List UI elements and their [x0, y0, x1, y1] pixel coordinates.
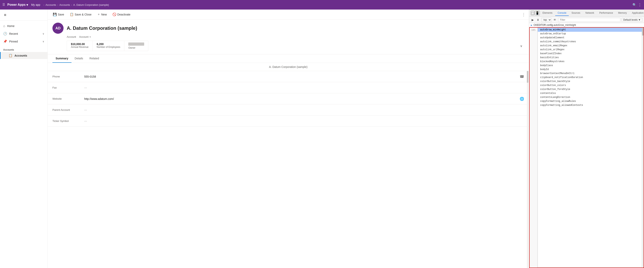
filter-input[interactable]: [558, 18, 620, 22]
breadcrumb-item-1[interactable]: Accounts: [46, 3, 56, 6]
property-label: autoGrow_minHeight: [554, 24, 576, 26]
new-button[interactable]: ＋ New: [95, 11, 109, 18]
brand-chevron-icon[interactable]: ▾: [26, 3, 28, 7]
annual-revenue-stat: $10,000.00 Annual Revenue: [67, 41, 93, 51]
autocomplete-item-autoUpdateElement[interactable]: autoUpdateElement: [538, 36, 642, 40]
autocomplete-item-clipboard_notificationDuration[interactable]: clipboard_notificationDuration: [538, 76, 642, 80]
more-options-icon[interactable]: ⋮: [638, 2, 642, 7]
autocomplete-dropdown[interactable]: autoGrow_minHeightautoGrow_onStartupauto…: [538, 28, 642, 268]
sidebar-item-recent[interactable]: 🕐 Recent ∨: [0, 30, 48, 38]
devtools-eye-icon[interactable]: 👁: [553, 18, 557, 22]
sidebar-item-home[interactable]: ⌂ Home: [0, 22, 48, 30]
ticker-symbol-value[interactable]: ---: [84, 120, 524, 123]
fax-value[interactable]: ---: [84, 86, 524, 89]
breadcrumb-item-3: A. Datum Corporation (sample): [73, 3, 109, 6]
autocomplete-item-contentsLangDirection[interactable]: contentsLangDirection: [538, 95, 642, 99]
tab-summary[interactable]: Summary: [52, 54, 72, 63]
autocomplete-item-bodyId[interactable]: bodyId: [538, 68, 642, 72]
autocomplete-item-colorButton_foreStyle[interactable]: colorButton_foreStyle: [538, 87, 642, 91]
sidebar-item-pinned[interactable]: 📌 Pinned ∨: [0, 38, 48, 45]
levels-select[interactable]: Default levels ▼: [622, 18, 642, 22]
record-header: AD A. Datum Corporation (sample) Account…: [48, 20, 529, 54]
autocomplete-scrollbar[interactable]: [642, 28, 644, 268]
new-plus-icon: ＋: [97, 12, 100, 16]
devtools-panel: ⬚ 📱 Elements Console Sources Network Per…: [529, 10, 644, 268]
employees-value: 6,200: [97, 42, 120, 46]
deactivate-button[interactable]: 🚫 Deactivate: [110, 11, 132, 18]
main-layout: ≡ ⌂ Home 🕐 Recent ∨ 📌 Pinned ∨ Accounts …: [0, 10, 644, 268]
devtools-tab-memory[interactable]: Memory: [616, 10, 629, 16]
pinned-icon: 📌: [3, 40, 7, 43]
devtools-phone-icon[interactable]: 📱: [535, 11, 540, 15]
devtools-tab-performance-label: Performance: [599, 12, 613, 14]
devtools-tab-application[interactable]: Application: [630, 10, 644, 16]
brand-label: Power Apps: [7, 3, 26, 6]
breadcrumb-item-2[interactable]: Accounts: [60, 3, 70, 6]
autocomplete-item-contentsCss[interactable]: contentsCss: [538, 91, 642, 95]
save-close-button[interactable]: 📋 Save & Close: [68, 11, 94, 18]
autocomplete-item-autoGrow_onStartup[interactable]: autoGrow_onStartup: [538, 32, 642, 36]
devtools-tab-sources[interactable]: Sources: [569, 10, 583, 16]
devtools-stop-icon[interactable]: ⏸: [536, 18, 540, 22]
sidebar-item-accounts[interactable]: 📋 Accounts: [0, 52, 48, 59]
website-globe-icon[interactable]: 🌐: [520, 97, 524, 101]
context-select[interactable]: top: [541, 18, 552, 22]
autocomplete-item-autoGrow_minHeight[interactable]: autoGrow_minHeight: [538, 28, 642, 32]
devtools-tab-console[interactable]: Console: [555, 10, 569, 16]
save-button[interactable]: 💾 Save: [51, 11, 66, 18]
devtools-tabs: ⬚ 📱 Elements Console Sources Network Per…: [529, 10, 644, 17]
autocomplete-item-autolink_commitKeystrokes[interactable]: autolink_commitKeystrokes: [538, 40, 642, 44]
breadcrumb-sep-2-icon: ›: [58, 3, 58, 6]
form-field-parent-account: Parent Account ---: [48, 104, 529, 116]
form-scroll: A. Datum Corporation (sample) Phone 555-…: [48, 63, 529, 127]
apps-grid-icon[interactable]: ⠿: [2, 2, 5, 7]
devtools-tab-elements[interactable]: Elements: [540, 10, 555, 16]
autocomplete-item-colorButton_backStyle[interactable]: colorButton_backStyle: [538, 80, 642, 84]
sidebar-top: ≡: [0, 10, 48, 21]
tab-related[interactable]: Related: [86, 54, 102, 63]
devtools-cursor-icon[interactable]: ⬚: [531, 11, 534, 15]
save-close-label: Save & Close: [75, 13, 92, 16]
devtools-tab-network[interactable]: Network: [583, 10, 596, 16]
phone-call-icon[interactable]: ☎: [520, 74, 524, 79]
tab-details-label: Details: [75, 57, 83, 60]
account-type-dropdown[interactable]: Account ∨: [79, 35, 91, 38]
website-value[interactable]: http://www.adatum.com/: [84, 97, 520, 100]
autocomplete-item-blockedKeystrokes[interactable]: blockedKeystrokes: [538, 60, 642, 64]
devtools-tab-performance[interactable]: Performance: [597, 10, 616, 16]
save-icon: 💾: [53, 12, 57, 16]
autocomplete-item-browserContextMenuOnCtrl[interactable]: browserContextMenuOnCtrl: [538, 72, 642, 76]
autocomplete-item-autolink_urlRegex[interactable]: autolink_urlRegex: [538, 48, 642, 52]
tab-details[interactable]: Details: [72, 54, 86, 63]
owner-stat[interactable]: Owner: [124, 41, 148, 51]
autocomplete-item-copyFormatting_allowedContexts[interactable]: copyFormatting_allowedContexts: [538, 103, 642, 107]
console-code-text[interactable]: CKEDITOR.config.autoGrow_minHeight: [534, 24, 576, 26]
record-type-label: Account: [67, 35, 76, 38]
scroll-track: [527, 71, 528, 268]
autocomplete-item-copyFormatting_allowRules[interactable]: copyFormatting_allowRules: [538, 99, 642, 103]
expand-stats-button[interactable]: ∨: [518, 42, 524, 50]
toolbar-more-button[interactable]: ⋮: [522, 12, 526, 17]
account-type-value: Account: [79, 35, 88, 38]
owner-label: Owner: [128, 46, 144, 49]
autocomplete-item-baseFloatZIndex[interactable]: baseFloatZIndex: [538, 52, 642, 56]
devtools-toolbar: ▶ ⏸ top 👁 Default levels ▼: [529, 17, 644, 23]
app-name: My app: [31, 3, 40, 6]
breadcrumb-sep-3-icon: ›: [71, 3, 72, 6]
autocomplete-item-colorButton_colors[interactable]: colorButton_colors: [538, 84, 642, 87]
tabs: Summary Details Related: [48, 54, 529, 63]
phone-value[interactable]: 555-0158: [84, 75, 520, 78]
autocomplete-inner: 185 autoGrow_minHeightautoGrow_onStartup…: [530, 28, 642, 268]
autocomplete-item-basicEntities[interactable]: basicEntities: [538, 56, 642, 60]
parent-account-value[interactable]: ---: [84, 108, 524, 112]
annual-revenue-label: Annual Revenue: [71, 46, 88, 48]
autocomplete-item-bodyClass[interactable]: bodyClass: [538, 64, 642, 68]
form-content: A. Datum Corporation (sample) Phone 555-…: [48, 63, 529, 268]
sidebar-item-home-label: Home: [7, 24, 14, 28]
sidebar-menu-button[interactable]: ≡: [2, 11, 8, 19]
autocomplete-item-autolink_emailRegex[interactable]: autolink_emailRegex: [538, 44, 642, 48]
record-title: A. Datum Corporation (sample): [67, 26, 137, 31]
form-field-website: Website http://www.adatum.com/ 🌐: [48, 93, 529, 104]
devtools-run-icon[interactable]: ▶: [531, 18, 534, 22]
search-icon[interactable]: 🔍: [632, 3, 636, 7]
